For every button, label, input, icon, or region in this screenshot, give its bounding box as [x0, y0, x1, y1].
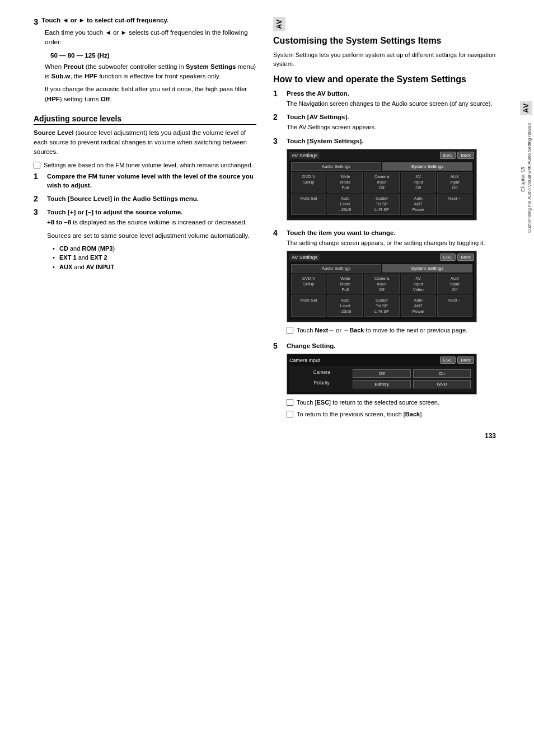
step-3-left-title: Touch ◄ or ► to select cut-off frequency…	[41, 17, 168, 24]
camera-off-btn[interactable]: Off	[353, 369, 410, 378]
screen2-cell-next[interactable]: Next→	[437, 295, 472, 316]
chapter-sidebar: AV Chapter 13 Customising the Audio Visu…	[518, 0, 534, 756]
step-3-note: If you change the acoustic field after y…	[45, 84, 256, 104]
screen1-esc-btn[interactable]: ESC	[440, 152, 456, 159]
screen1-cell-wide[interactable]: WideModeFull	[327, 172, 363, 192]
screen1-tab-audio[interactable]: Audio Settings	[291, 162, 381, 171]
screen2-tab-system[interactable]: System Settings	[382, 264, 472, 273]
source-step-1-num: 1	[34, 172, 43, 190]
screen2-cell-av[interactable]: AVInputVideo	[401, 274, 436, 294]
screen1-cell-auto[interactable]: AutoLevel–20dB	[327, 194, 363, 214]
bullet-cd: CD and ROM (MP3)	[53, 244, 256, 253]
camera-label: Camera	[293, 369, 350, 378]
screen1-back-btn[interactable]: Back	[457, 152, 474, 159]
polarity-battery-btn[interactable]: Battery	[353, 380, 410, 388]
right-step-4-body: The setting change screen appears, or th…	[287, 238, 496, 248]
customising-heading: Customising the System Settings Items	[273, 36, 496, 46]
screen1-cell-av[interactable]: AVInputOff	[401, 172, 436, 192]
screen2-grid-row1: DVD-VSetup WideModeFull CameraInputOff A…	[291, 274, 472, 294]
step-3-body1: Each time you touch ◄ or ► selects cut-o…	[45, 28, 256, 48]
screen2-tab-audio[interactable]: Audio Settings	[291, 264, 381, 273]
camera-esc-btn[interactable]: ESC	[440, 356, 456, 364]
source-step-3: 3 Touch [+] or [–] to adjust the source …	[34, 208, 256, 274]
section-how-to-view: How to view and operate the System Setti…	[273, 74, 496, 421]
left-column: 3 Touch ◄ or ► to select cut-off frequen…	[34, 17, 256, 739]
av-settings-screen-1: AV Settings ESC Back Audio Settings Syst…	[287, 149, 477, 220]
camera-back-btn[interactable]: Back	[457, 356, 474, 364]
right-step-5-num: 5	[273, 341, 282, 421]
right-step-1-title: Press the AV button.	[287, 89, 496, 98]
screen1-cell-camera[interactable]: CameraInputOff	[364, 172, 399, 192]
off-bold: Off	[101, 96, 110, 102]
screen1-cell-guide[interactable]: Guide/Tel SPL=R SP	[364, 194, 399, 214]
screen2-back-btn[interactable]: Back	[457, 253, 474, 261]
source-step-2: 2 Touch [Source Level] in the Audio Sett…	[34, 194, 256, 203]
right-step-3: 3 Touch [System Settings]. AV Settings E…	[273, 137, 496, 224]
screen1-cell-aux[interactable]: AUXInputOff	[437, 172, 472, 192]
source-step-3-title: Touch [+] or [–] to adjust the source vo…	[47, 208, 256, 217]
screen2-grid-row2: Mute Set AutoLevel–20dB Guide/Tel SPL=R …	[291, 295, 472, 316]
screen1-cell-next[interactable]: Next→	[437, 194, 472, 214]
source-level-checkbox: Settings are based on the FM tuner volum…	[34, 161, 256, 170]
screen1-cell-dvd[interactable]: DVD-VSetup	[291, 172, 326, 192]
source-step-3-num: 3	[34, 208, 43, 274]
screen2-cell-guide[interactable]: Guide/Tel SPL=R SP	[364, 295, 399, 316]
screen2-esc-btn[interactable]: ESC	[440, 253, 456, 261]
source-step-1-title: Compare the FM tuner volume level with t…	[47, 172, 256, 190]
source-step-3-content: Touch [+] or [–] to adjust the source vo…	[47, 208, 256, 274]
screen2-cell-auto[interactable]: AutoLevel–20dB	[327, 295, 363, 316]
step5-checkbox-text-2: To return to the previous screen, touch …	[297, 410, 423, 419]
av-label: AV	[275, 19, 283, 29]
sidebar-av-label: AV	[522, 103, 530, 113]
screen1-tabs: Audio Settings System Settings	[291, 162, 472, 171]
screen2-tabs: Audio Settings System Settings	[291, 264, 472, 273]
how-to-view-heading: How to view and operate the System Setti…	[273, 74, 496, 84]
chapter-label-vertical: Chapter 13 Customising the Audio Visual …	[520, 123, 532, 236]
section-adjusting-source-levels: Adjusting source levels Source Level (so…	[34, 114, 256, 274]
right-step-2-num: 2	[273, 112, 282, 132]
right-step-5: 5 Change Setting. Camera Input ESC Back	[273, 341, 496, 421]
chapter-subtitle: Customising the Audio Visual with Audio …	[527, 123, 532, 233]
screen1-header: AV Settings ESC Back	[289, 152, 474, 159]
source-step-3-body: +8 to –8 is displayed as the source volu…	[47, 218, 256, 271]
right-step-2-title: Touch [AV Settings].	[287, 112, 496, 121]
step5-checkbox-2: To return to the previous screen, touch …	[287, 410, 496, 419]
av-settings-screen-2: AV Settings ESC Back Audio Settings Syst…	[287, 251, 477, 322]
camera-header: Camera Input ESC Back	[289, 356, 474, 364]
step4-checkbox-text: Touch Next→ or ←Back to move to the next…	[297, 326, 467, 335]
source-step-3-bullets: CD and ROM (MP3) EXT 1 and EXT 2 AUX and…	[53, 244, 256, 272]
screen1-cell-mute[interactable]: Mute Set	[291, 194, 326, 214]
right-step-4-num: 4	[273, 228, 282, 337]
camera-input-screen: Camera Input ESC Back Camera Off On	[287, 354, 477, 395]
screen2-cell-aux[interactable]: AUXInputOff	[437, 274, 472, 294]
screen2-cell-wide[interactable]: WideModeFull	[327, 274, 363, 294]
hpf-bold: HPF	[85, 73, 97, 79]
camera-on-btn[interactable]: On	[413, 369, 471, 378]
right-step-3-content: Touch [System Settings]. AV Settings ESC…	[287, 137, 496, 224]
screen1-title: AV Settings	[289, 152, 320, 159]
right-step-5-title: Change Setting.	[287, 341, 496, 350]
screen1-tab-system[interactable]: System Settings	[382, 162, 472, 171]
polarity-gnd-btn[interactable]: GND	[413, 380, 471, 388]
camera-screen-title: Camera Input	[289, 358, 320, 363]
right-step-2-content: Touch [AV Settings]. The AV Settings scr…	[287, 112, 496, 132]
section-heading-source-levels: Adjusting source levels	[34, 114, 256, 125]
bullet-ext: EXT 1 and EXT 2	[53, 253, 256, 262]
step4-checkbox: Touch Next→ or ←Back to move to the next…	[287, 326, 496, 335]
screen1-grid-row1: DVD-VSetup WideModeFull CameraInputOff A…	[291, 172, 472, 192]
step5-checkbox-icon-1	[287, 399, 293, 406]
main-content: 3 Touch ◄ or ► to select cut-off frequen…	[0, 0, 518, 756]
step5-checkbox-1: Touch [ESC] to return to the selected so…	[287, 398, 496, 407]
screen2-cell-mute[interactable]: Mute Set	[291, 295, 326, 316]
screen2-cell-dvd[interactable]: DVD-VSetup	[291, 274, 326, 294]
bullet-aux: AUX and AV INPUT	[53, 262, 256, 272]
screen1-body: Audio Settings System Settings DVD-VSetu…	[289, 161, 474, 218]
screen1-cell-ant[interactable]: AutoANTPower	[401, 194, 436, 214]
screen2-cell-ant[interactable]: AutoANTPower	[401, 295, 436, 316]
screen2-body: Audio Settings System Settings DVD-VSetu…	[289, 262, 474, 320]
hpf-note-bold: HPF	[47, 96, 60, 102]
screen2-cell-camera[interactable]: CameraInputOff	[364, 274, 399, 294]
right-step-1-content: Press the AV button. The Navigation scre…	[287, 89, 496, 109]
right-step-2: 2 Touch [AV Settings]. The AV Settings s…	[273, 112, 496, 132]
source-step-2-content: Touch [Source Level] in the Audio Settin…	[47, 194, 256, 203]
